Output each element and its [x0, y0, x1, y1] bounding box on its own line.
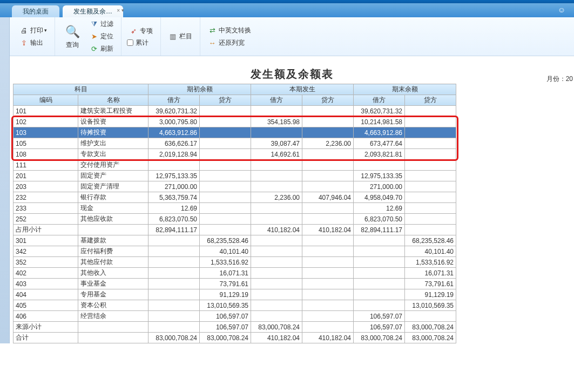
th-subject[interactable]: 科目: [13, 84, 148, 95]
cell[interactable]: [148, 279, 200, 289]
cell[interactable]: 占用小计: [13, 225, 78, 235]
cell[interactable]: 其他收入: [78, 268, 148, 279]
table-row[interactable]: 201固定资产12,975,133.3512,975,133.35: [13, 171, 456, 181]
cell[interactable]: 4,663,912.86: [148, 127, 200, 138]
tab-dropdown-icon[interactable]: ▾: [121, 8, 124, 13]
cell[interactable]: [302, 235, 354, 246]
cell[interactable]: 4,958,049.70: [354, 192, 405, 203]
cell[interactable]: [302, 322, 354, 333]
cell[interactable]: 4,663,912.86: [354, 127, 405, 138]
cell[interactable]: 83,000,708.24: [354, 333, 405, 343]
cell[interactable]: 其他应付款: [78, 257, 148, 268]
tab-desktop[interactable]: 我的桌面: [12, 5, 59, 17]
th-name[interactable]: 名称: [78, 95, 148, 106]
cell[interactable]: [251, 181, 302, 192]
cell[interactable]: [148, 257, 200, 268]
table-row[interactable]: 101建筑安装工程投资39,620,731.3239,620,731.32: [13, 106, 456, 117]
cell[interactable]: [251, 246, 302, 257]
cell[interactable]: 407,946.04: [302, 192, 354, 203]
table-row[interactable]: 402其他收入16,071.3116,071.31: [13, 268, 456, 279]
cell[interactable]: [302, 214, 354, 225]
cell[interactable]: [251, 257, 302, 268]
cell[interactable]: [251, 311, 302, 322]
cell[interactable]: [302, 279, 354, 289]
table-row[interactable]: 301基建拨款68,235,528.4668,235,528.46: [13, 235, 456, 246]
cell[interactable]: 2,236.00: [251, 192, 302, 203]
cell[interactable]: 354,185.98: [251, 117, 302, 127]
table-row[interactable]: 103待摊投资4,663,912.864,663,912.86: [13, 127, 456, 138]
cell[interactable]: 410,182.04: [251, 225, 302, 235]
cell[interactable]: [405, 149, 456, 160]
table-row[interactable]: 102设备投资3,000,795.80354,185.9810,214,981.…: [13, 117, 456, 127]
cell[interactable]: [200, 117, 251, 127]
cell[interactable]: 维护支出: [78, 138, 148, 149]
cell[interactable]: [302, 106, 354, 117]
export-button[interactable]: ⇪ 输出: [17, 37, 49, 49]
cell[interactable]: 固定资产: [78, 171, 148, 181]
cell[interactable]: [354, 268, 405, 279]
cell[interactable]: 39,620,731.32: [354, 106, 405, 117]
cell[interactable]: [251, 160, 302, 171]
cell[interactable]: 2,236.00: [302, 138, 354, 149]
cell[interactable]: 13,010,569.35: [405, 300, 456, 311]
cell[interactable]: 82,894,111.17: [354, 225, 405, 235]
cell[interactable]: [302, 117, 354, 127]
cell[interactable]: 16,071.31: [405, 268, 456, 279]
cell[interactable]: [405, 225, 456, 235]
cell[interactable]: [354, 289, 405, 300]
table-row[interactable]: 232银行存款5,363,759.742,236.00407,946.044,9…: [13, 192, 456, 203]
cell[interactable]: 101: [13, 106, 78, 117]
cell[interactable]: [251, 289, 302, 300]
table-row[interactable]: 来源小计106,597.0783,000,708.24106,597.0783,…: [13, 322, 456, 333]
cell[interactable]: 专款支出: [78, 149, 148, 160]
cell[interactable]: [200, 181, 251, 192]
cell[interactable]: 2,019,128.94: [148, 149, 200, 160]
refresh-button[interactable]: ⟳ 刷新: [87, 43, 116, 55]
cell[interactable]: 6,823,070.50: [148, 214, 200, 225]
cell[interactable]: [200, 138, 251, 149]
cell[interactable]: [354, 279, 405, 289]
cell[interactable]: 91,129.19: [405, 289, 456, 300]
cell[interactable]: [302, 127, 354, 138]
table-row[interactable]: 111交付使用资产: [13, 160, 456, 171]
cell[interactable]: [405, 214, 456, 225]
cell[interactable]: [405, 171, 456, 181]
cell[interactable]: 68,235,528.46: [405, 235, 456, 246]
cell[interactable]: [148, 311, 200, 322]
cell[interactable]: 银行存款: [78, 192, 148, 203]
table-row[interactable]: 占用小计82,894,111.17410,182.04410,182.0482,…: [13, 225, 456, 235]
cell[interactable]: [148, 268, 200, 279]
table-row[interactable]: 105维护支出636,626.1739,087.472,236.00673,47…: [13, 138, 456, 149]
cell[interactable]: [200, 171, 251, 181]
cell[interactable]: [251, 171, 302, 181]
cell[interactable]: 10,214,981.58: [354, 117, 405, 127]
cell[interactable]: 103: [13, 127, 78, 138]
cell[interactable]: [148, 246, 200, 257]
cell[interactable]: 14,692.61: [251, 149, 302, 160]
cell[interactable]: 232: [13, 192, 78, 203]
cell[interactable]: 410,182.04: [302, 333, 354, 343]
tab-close-icon[interactable]: ×: [117, 8, 120, 13]
cell[interactable]: [302, 160, 354, 171]
cell[interactable]: [302, 181, 354, 192]
cell[interactable]: [302, 257, 354, 268]
cell[interactable]: 83,000,708.24: [200, 333, 251, 343]
cell[interactable]: [302, 300, 354, 311]
cell[interactable]: 16,071.31: [200, 268, 251, 279]
cell[interactable]: 12,975,133.35: [354, 171, 405, 181]
cell[interactable]: [148, 235, 200, 246]
cell[interactable]: 40,101.40: [405, 246, 456, 257]
cell[interactable]: 301: [13, 235, 78, 246]
cell[interactable]: 636,626.17: [148, 138, 200, 149]
cell[interactable]: 资本公积: [78, 300, 148, 311]
cell[interactable]: [200, 203, 251, 214]
cell[interactable]: 12.69: [354, 203, 405, 214]
cell[interactable]: 111: [13, 160, 78, 171]
th-cur-debit[interactable]: 借方: [251, 95, 302, 106]
cell[interactable]: [405, 138, 456, 149]
table-row[interactable]: 233现金12.6912.69: [13, 203, 456, 214]
cell[interactable]: 410,182.04: [302, 225, 354, 235]
filter-button[interactable]: ⧩ 过滤: [87, 18, 116, 30]
cell[interactable]: 13,010,569.35: [200, 300, 251, 311]
cell[interactable]: 基建拨款: [78, 235, 148, 246]
